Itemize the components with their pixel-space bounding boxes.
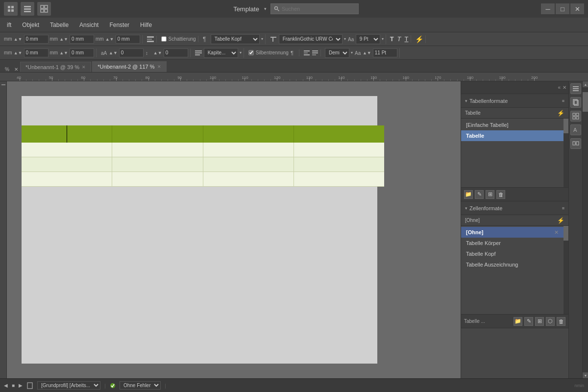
pos-z-arrows: ▲▼ [105,37,114,42]
pos-x-input[interactable] [24,35,49,44]
menu-hilfe[interactable]: Hilfe [135,20,157,30]
table-body-row-3 [22,172,384,187]
tabellenformate-collapse[interactable]: ▾ [465,98,467,103]
tb2-val4-input[interactable] [164,49,188,57]
tb2-val1-input[interactable] [24,49,49,57]
sidebar-icon-grid[interactable] [570,111,581,122]
panel-item-tabelle-koerper[interactable]: Tabelle Körper [461,238,564,248]
silbentrennung-checkbox[interactable] [248,50,253,55]
svg-rect-6 [24,11,31,12]
panel-item-tabelle[interactable]: Tabelle [461,130,564,141]
panel-close-btn[interactable]: ✕ [563,85,566,90]
menu-objekt[interactable]: Objekt [17,20,44,30]
search-input[interactable] [282,6,350,12]
align-group [145,36,157,43]
font-size-select[interactable]: 9 Pt [356,34,380,44]
svg-rect-23 [195,52,202,53]
kapitel-select[interactable]: Kapite... [204,48,238,58]
svg-rect-30 [312,52,318,53]
shadow-checkbox[interactable] [161,36,166,41]
tab-unbenannt1[interactable]: *Unbenannt-1 @ 39 % ✕ [20,62,91,72]
zf-delete-btn[interactable]: 🗑 [557,317,565,326]
vertical-scrollbar[interactable]: ▲ ▼ [582,81,588,378]
right-thin-sidebar: A [568,81,582,378]
italic-button[interactable]: T [397,35,401,43]
status-right-info: nmin [574,383,584,388]
tf-edit-btn[interactable]: ✎ [475,190,484,199]
tf-new-btn[interactable]: 📁 [464,190,473,199]
ohne-x-button[interactable]: ✕ [554,229,559,236]
panel-item-tabelle-kopf[interactable]: Tabelle Kopf [461,248,564,259]
zf-edit-btn[interactable]: ✎ [524,317,533,326]
tb2-val2-input[interactable] [70,49,94,57]
nav-prev-btn[interactable]: ◀ [4,383,8,388]
panel-item-einfache-tabelle[interactable]: [Einfache Tabelle] [461,120,564,130]
scroll-down-btn[interactable]: ▼ [583,372,588,378]
underline-button[interactable]: T [405,35,409,43]
zellenformate-menu[interactable]: ≡ [562,206,564,211]
tb2-arrows4: ▲▼ [153,50,162,55]
zf-hex-btn[interactable]: ⬡ [546,317,555,326]
tab-unbenannt2[interactable]: *Unbenannt-2 @ 117 % ✕ [92,61,166,72]
tb2-size-input[interactable] [373,49,397,57]
tabelle-kopf-select[interactable]: Tabelle Kopf [211,34,260,44]
menu-tabelle[interactable]: Tabelle [45,20,74,30]
panel-item-tabelle-auszeichnung[interactable]: Tabelle Auszeichnung [461,259,564,270]
pos-y-input[interactable] [70,35,94,44]
tabellenformate-lightning[interactable]: ⚡ [557,110,564,117]
zellenformate-collapse[interactable]: ▾ [465,206,467,211]
close-tab-x[interactable]: ✕ [12,67,20,72]
tabellenformate-footer: 📁 ✎ ⊞ 🗑 [461,187,568,201]
tb2-val3-input[interactable] [119,49,144,57]
zf-grid-btn[interactable]: ⊞ [535,317,544,326]
status-bar: ◀ ■ ▶ [Grundprofil] [Arbeits... | Ohne F… [0,378,588,392]
profile-select[interactable]: [Grundprofil] [Arbeits... [37,381,100,390]
sidebar-icon-layers[interactable] [570,83,581,94]
tf-delete-btn[interactable]: 🗑 [496,190,505,199]
pos-z-input[interactable] [116,35,140,44]
canvas-area[interactable] [7,81,461,378]
demi-select[interactable]: Demi [325,48,349,58]
zellenformate-lightning[interactable]: ⚡ [557,217,564,224]
zf-folder-btn[interactable]: 📁 [514,317,522,326]
sidebar-icon-pages[interactable] [570,97,581,108]
sidebar-icon-text[interactable]: A [570,124,581,135]
panel-collapse-btn[interactable]: « [558,85,561,90]
zellenformate-list-area: [Ohne] ✕ Tabelle Körper Tabelle Kopf Tab… [461,226,568,314]
panel-empty-space [461,328,568,378]
minimize-button[interactable]: ─ [541,3,555,14]
menu-fenster[interactable]: Fenster [104,20,134,30]
scroll-up-btn[interactable]: ▲ [583,81,588,87]
svg-rect-27 [304,52,308,53]
scroll-track[interactable] [583,87,588,372]
svg-rect-0 [8,6,10,8]
menu-ift[interactable]: ift [2,20,16,30]
scroll-thumb[interactable] [583,92,588,112]
bold-button[interactable]: T [390,35,394,43]
close-button[interactable]: ✕ [570,3,584,14]
template-dropdown-arrow[interactable]: ▾ [264,6,267,11]
fehler-select[interactable]: Ohne Fehler [120,381,161,390]
menu-ansicht[interactable]: Ansicht [74,20,103,30]
layout-icon[interactable] [37,2,51,16]
close-percent-btn[interactable]: % [2,67,12,72]
panel-item-ohne[interactable]: [Ohne] ✕ [461,227,564,238]
view-icon[interactable] [21,2,34,16]
tabellenformate-menu[interactable]: ≡ [562,98,564,103]
pos-x-arrows: ▲▼ [14,37,23,42]
maximize-button[interactable]: □ [556,3,569,14]
tab2-close[interactable]: ✕ [157,64,161,69]
nav-next-btn[interactable]: ▶ [19,383,23,388]
tf-load-btn[interactable]: ⊞ [486,190,494,199]
zellenformate-scrollbar[interactable] [564,226,568,314]
tabellenformate-scrollbar[interactable] [564,119,568,187]
tab1-close[interactable]: ✕ [82,65,86,70]
app-icon[interactable] [4,2,18,16]
nav-stop-btn[interactable]: ■ [12,383,15,388]
search-box[interactable] [270,3,359,14]
toolbar-2: mm ▲▼ mm ▲▼ aA ▲▼ ↕ ▲▼ Kapite... ▾ Silbe… [0,46,588,60]
font-select[interactable]: FranklinGothic URW Co [279,34,343,44]
silbentrennung-label: Silbentrennung [256,50,289,55]
table-cell-2-1 [22,157,112,172]
sidebar-icon-links[interactable] [570,138,581,149]
